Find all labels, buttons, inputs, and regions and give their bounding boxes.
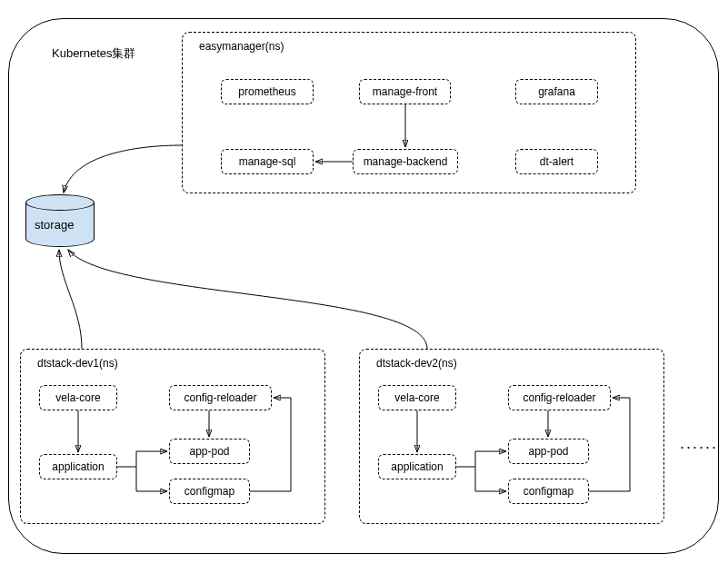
- cluster-title: Kubernetes集群: [52, 45, 136, 62]
- node-prometheus: prometheus: [221, 79, 314, 104]
- storage-label: storage: [35, 218, 74, 232]
- dev2-app-pod: app-pod: [508, 439, 589, 464]
- dev1-app-pod: app-pod: [169, 439, 250, 464]
- dev2-vela-core: vela-core: [378, 385, 456, 410]
- ns-easymanager-title: easymanager(ns): [199, 40, 284, 53]
- node-dt-alert: dt-alert: [515, 149, 598, 174]
- ns-dev1-title: dtstack-dev1(ns): [37, 357, 118, 370]
- ns-dev2-title: dtstack-dev2(ns): [376, 357, 457, 370]
- dev2-application: application: [378, 454, 456, 479]
- node-grafana: grafana: [515, 79, 598, 104]
- dev1-vela-core: vela-core: [39, 385, 117, 410]
- dev2-config-reloader: config-reloader: [508, 385, 611, 410]
- dev1-configmap: configmap: [169, 479, 250, 504]
- node-manage-backend: manage-backend: [353, 149, 458, 174]
- dev1-application: application: [39, 454, 117, 479]
- node-manage-front: manage-front: [359, 79, 451, 104]
- dev2-configmap: configmap: [508, 479, 589, 504]
- dev1-config-reloader: config-reloader: [169, 385, 272, 410]
- node-manage-sql: manage-sql: [221, 149, 314, 174]
- ellipsis: ......: [680, 434, 718, 453]
